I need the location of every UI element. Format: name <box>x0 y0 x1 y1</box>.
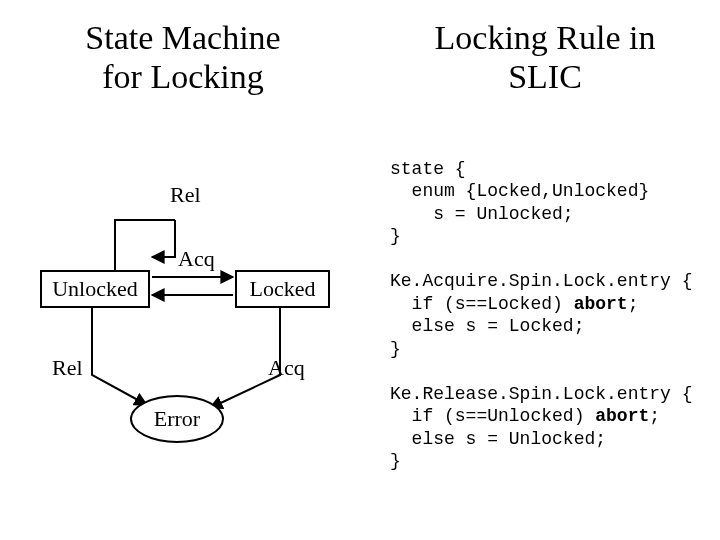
code-b2-l2a: if (s==Locked) <box>390 294 574 314</box>
right-title-text: Locking Rule inSLIC <box>435 19 656 95</box>
state-locked: Locked <box>235 270 330 308</box>
left-title: State Machinefor Locking <box>28 18 338 96</box>
state-error-label: Error <box>154 406 200 432</box>
state-machine-diagram: Unlocked Locked Error Rel Acq Rel Acq <box>20 150 370 450</box>
edge-label-acq-forward: Acq <box>178 246 215 272</box>
code-keyword-abort: abort <box>595 406 649 426</box>
code-b3-l4: } <box>390 451 401 471</box>
code-keyword-abort: abort <box>574 294 628 314</box>
code-b1-l2: enum {Locked,Unlocked} <box>390 181 649 201</box>
state-unlocked: Unlocked <box>40 270 150 308</box>
state-locked-label: Locked <box>250 276 316 301</box>
slic-code: state { enum {Locked,Unlocked} s = Unloc… <box>390 135 710 473</box>
edge-label-acq-to-error: Acq <box>268 355 305 381</box>
code-b3-l2a: if (s==Unlocked) <box>390 406 595 426</box>
code-b2-l2b: ; <box>628 294 639 314</box>
right-title: Locking Rule inSLIC <box>390 18 700 96</box>
code-b2-l4: } <box>390 339 401 359</box>
edge-label-rel-to-error: Rel <box>52 355 83 381</box>
state-error: Error <box>130 395 224 443</box>
left-title-text: State Machinefor Locking <box>85 19 280 95</box>
code-b3-l1: Ke.Release.Spin.Lock.entry { <box>390 384 692 404</box>
code-b1-l4: } <box>390 226 401 246</box>
code-b1-l1: state { <box>390 159 466 179</box>
state-unlocked-label: Unlocked <box>52 276 138 301</box>
code-b3-l2b: ; <box>649 406 660 426</box>
code-b2-l1: Ke.Acquire.Spin.Lock.entry { <box>390 271 692 291</box>
code-b2-l3: else s = Locked; <box>390 316 584 336</box>
code-b3-l3: else s = Unlocked; <box>390 429 606 449</box>
code-b1-l3: s = Unlocked; <box>390 204 574 224</box>
edge-label-rel-selfloop: Rel <box>170 182 201 208</box>
